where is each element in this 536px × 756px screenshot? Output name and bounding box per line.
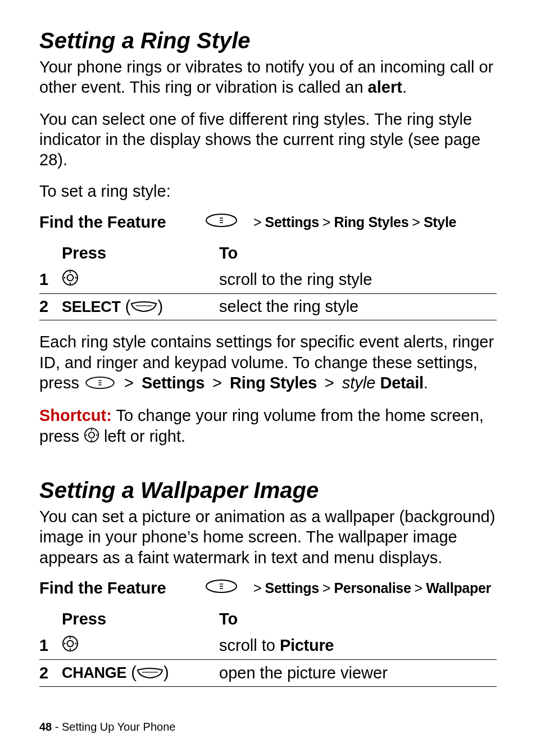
- text: .: [402, 78, 407, 96]
- svg-point-6: [70, 271, 71, 273]
- path-sep: >: [325, 374, 334, 392]
- table-row: 1 scroll to the ring style: [39, 266, 497, 294]
- svg-point-26: [67, 640, 74, 646]
- step-to: open the picture viewer: [219, 659, 497, 686]
- svg-point-19: [85, 434, 87, 436]
- path-sep: >: [212, 374, 222, 392]
- path-seg: Wallpaper: [426, 580, 491, 596]
- nav-key-icon: [62, 269, 79, 290]
- step-press: SELECT ( ): [62, 293, 219, 320]
- page-number: 48: [39, 721, 52, 733]
- svg-point-17: [91, 429, 93, 431]
- softkey-label: CHANGE: [62, 664, 126, 681]
- menu-key-icon: [205, 213, 238, 231]
- softkey-icon: [137, 664, 163, 683]
- path-seg: Ring Styles: [334, 214, 408, 230]
- section2-title: Setting a Wallpaper Image: [39, 478, 497, 503]
- svg-point-7: [70, 282, 71, 284]
- text: (: [131, 663, 137, 681]
- nav-key-icon: [84, 427, 99, 447]
- page-footer: 48 - Setting Up Your Phone: [39, 721, 175, 734]
- steps-table-2: Press To 1 scroll to Picture 2 CHANGE ( …: [39, 608, 497, 687]
- nav-key-icon: [62, 635, 79, 656]
- section1-para2: You can select one of five different rin…: [39, 109, 497, 170]
- step-to: scroll to Picture: [219, 632, 497, 660]
- text: ): [157, 297, 163, 315]
- step-num: 2: [39, 659, 62, 686]
- svg-point-27: [70, 637, 71, 639]
- find-feature-path: > Settings > Ring Styles > Style: [205, 213, 456, 231]
- text: Your phone rings or vibrates to notify y…: [39, 58, 493, 96]
- text: ): [163, 663, 169, 681]
- section1-para1: Your phone rings or vibrates to notify y…: [39, 57, 497, 98]
- path-seg: Detail: [380, 374, 424, 392]
- find-feature-path: > Settings > Personalise > Wallpaper: [205, 579, 491, 597]
- steps-table-1: Press To 1 scroll to the ring style 2 SE…: [39, 242, 497, 321]
- table-row: 1 scroll to Picture: [39, 632, 497, 660]
- col-to-header: To: [219, 242, 497, 266]
- svg-point-29: [64, 642, 66, 644]
- path-sep: >: [322, 214, 331, 230]
- text: left or right.: [99, 427, 185, 445]
- section1-para3: To set a ring style:: [39, 181, 497, 201]
- section1-title: Setting a Ring Style: [39, 28, 497, 53]
- path-seg: Settings: [142, 374, 205, 392]
- path-sep: >: [412, 214, 420, 230]
- menu-key-icon: [205, 579, 238, 597]
- softkey-label: SELECT: [62, 298, 121, 315]
- find-feature-label: Find the Feature: [39, 213, 205, 232]
- path-sep: >: [124, 374, 134, 392]
- find-feature-row-2: Find the Feature > Settings > Personalis…: [39, 579, 497, 597]
- menu-item-picture: Picture: [280, 636, 334, 654]
- section2-para1: You can set a picture or animation as a …: [39, 506, 497, 568]
- svg-point-8: [64, 277, 66, 278]
- term-alert: alert: [368, 78, 402, 96]
- svg-point-16: [89, 432, 94, 438]
- path-seg: Ring Styles: [230, 374, 317, 392]
- path-sep: >: [253, 214, 262, 230]
- step-press: CHANGE ( ): [62, 659, 219, 686]
- step-num: 1: [39, 266, 62, 294]
- text: scroll to: [219, 636, 280, 654]
- step-press: [62, 266, 219, 294]
- find-feature-label: Find the Feature: [39, 579, 205, 597]
- path-seg: Settings: [265, 214, 319, 230]
- text: (: [125, 297, 131, 315]
- svg-point-30: [75, 642, 77, 644]
- footer-section: Setting Up Your Phone: [62, 721, 175, 733]
- path-sep: >: [415, 580, 423, 596]
- svg-point-9: [75, 277, 77, 278]
- step-num: 1: [39, 632, 62, 660]
- step-to: scroll to the ring style: [219, 266, 497, 294]
- path-sep: >: [322, 580, 331, 596]
- svg-point-5: [67, 274, 74, 280]
- shortcut-label: Shortcut:: [39, 406, 112, 424]
- section1-shortcut: Shortcut: To change your ring volume fro…: [39, 405, 497, 447]
- svg-point-28: [70, 648, 71, 650]
- col-to-header: To: [219, 608, 497, 632]
- page: Setting a Ring Style Your phone rings or…: [0, 0, 536, 756]
- section1-after1: Each ring style contains settings for sp…: [39, 332, 497, 394]
- svg-point-18: [91, 440, 93, 441]
- text: .: [424, 374, 428, 392]
- table-row: 2 SELECT ( ) select the ring style: [39, 293, 497, 320]
- svg-point-20: [96, 434, 98, 436]
- step-press: [62, 632, 219, 660]
- text: -: [52, 721, 62, 733]
- path-sep: >: [253, 580, 262, 596]
- col-press-header: Press: [62, 242, 219, 266]
- find-feature-row-1: Find the Feature > Settings > Ring Style…: [39, 213, 497, 232]
- softkey-icon: [130, 298, 157, 316]
- table-header-row: Press To: [39, 608, 497, 632]
- style-placeholder: style: [342, 374, 376, 392]
- path-seg: Settings: [265, 580, 319, 596]
- path-seg: Style: [424, 214, 456, 230]
- col-press-header: Press: [62, 608, 219, 632]
- step-to: select the ring style: [219, 293, 497, 320]
- step-num: 2: [39, 293, 62, 320]
- table-header-row: Press To: [39, 242, 497, 266]
- table-row: 2 CHANGE ( ) open the picture viewer: [39, 659, 497, 686]
- path-seg: Personalise: [334, 580, 411, 596]
- menu-key-icon: [84, 374, 116, 394]
